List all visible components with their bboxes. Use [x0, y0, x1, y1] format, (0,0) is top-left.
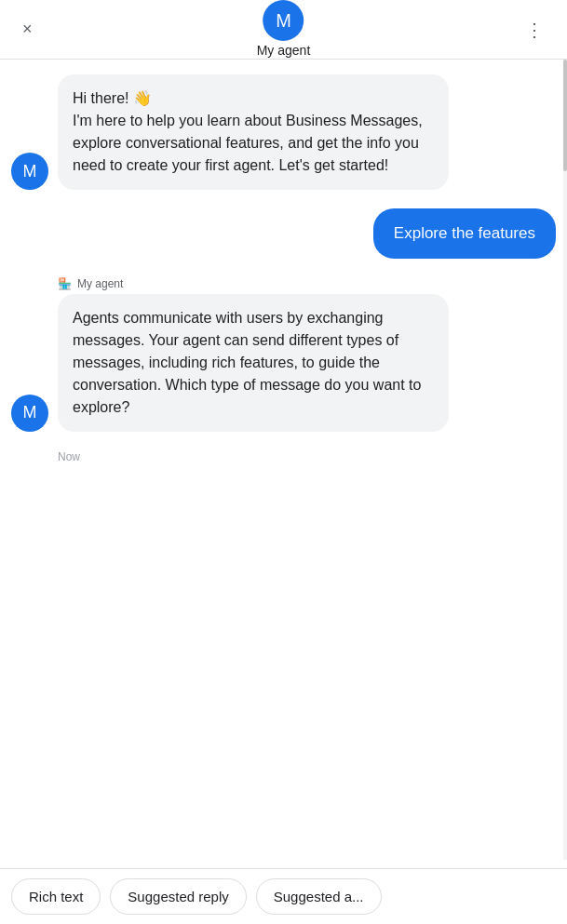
suggestion-rich-text[interactable]: Rich text [11, 878, 101, 915]
store-icon: 🏪 [58, 277, 72, 290]
close-button[interactable]: × [15, 12, 40, 47]
avatar: M [263, 0, 304, 41]
scrollbar-thumb[interactable] [563, 60, 567, 171]
message-row-user: Explore the features [11, 208, 556, 259]
agent-bubble-1: Hi there! 👋 I'm here to help you learn a… [58, 74, 449, 190]
agent-avatar-2: M [11, 395, 48, 432]
user-bubble-1: Explore the features [373, 208, 556, 259]
agent-name-header: My agent [257, 43, 311, 59]
header-center: M My agent [257, 0, 311, 59]
suggestion-suggested-reply[interactable]: Suggested reply [110, 878, 246, 915]
agent-label: 🏪 My agent [58, 277, 556, 290]
agent-bubble-2: Agents communicate with users by exchang… [58, 294, 449, 432]
more-options-button[interactable]: ⋮ [518, 11, 552, 48]
message-row-agent-2: M Agents communicate with users by excha… [11, 294, 556, 432]
agent-label-text: My agent [77, 277, 123, 290]
chat-header: × M My agent ⋮ [0, 0, 567, 60]
close-icon: × [22, 20, 33, 39]
scrollbar-track [563, 60, 567, 860]
now-label: Now [58, 450, 556, 463]
suggestion-suggested-action[interactable]: Suggested a... [256, 878, 382, 915]
header-right: ⋮ [518, 11, 552, 48]
suggestions-row: Rich text Suggested reply Suggested a... [0, 868, 567, 924]
message-row: M Hi there! 👋 I'm here to help you learn… [11, 74, 556, 190]
chat-area: M Hi there! 👋 I'm here to help you learn… [0, 60, 567, 860]
header-left: × [15, 12, 40, 47]
agent-avatar-1: M [11, 153, 48, 190]
more-icon: ⋮ [525, 19, 545, 41]
